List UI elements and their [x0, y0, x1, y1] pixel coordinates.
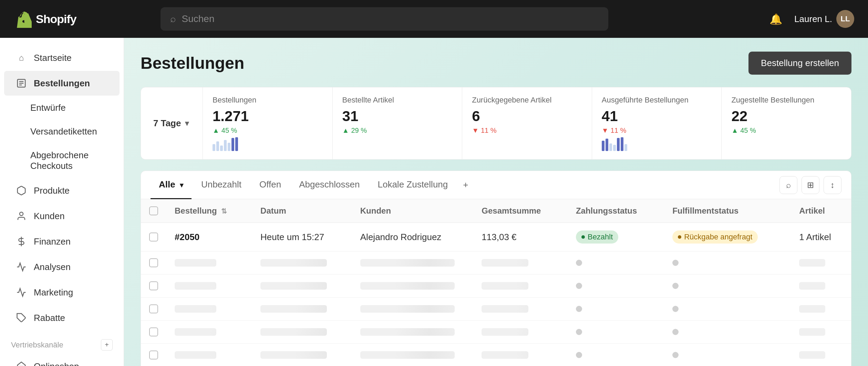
row-skeleton	[166, 321, 252, 344]
row-skeleton	[664, 251, 791, 274]
chevron-down-icon: ▾	[185, 119, 189, 128]
stat-label: Bestellte Artikel	[342, 96, 453, 105]
sidebar-item-marketing[interactable]: Marketing	[4, 280, 120, 305]
search-table-button[interactable]: ⌕	[779, 176, 797, 194]
skeleton-dot	[576, 306, 582, 312]
row-skeleton	[252, 298, 352, 321]
chevron-down-icon: ▾	[180, 181, 183, 189]
sidebar: ⌂ Startseite Bestellungen Entwürfe Versa…	[0, 38, 124, 366]
col-header-zahlungsstatus[interactable]: Zahlungsstatus	[568, 199, 664, 223]
skeleton	[482, 305, 528, 313]
row-skeleton	[664, 321, 791, 344]
search-bar[interactable]: ⌕	[161, 7, 608, 31]
tab-more[interactable]: +	[457, 171, 474, 198]
stat-chart	[213, 137, 323, 151]
shopify-logo-icon	[14, 10, 32, 28]
header-row: Bestellung ⇅ Datum Kunden Gesamtsumme	[141, 199, 851, 223]
chart-bar	[602, 141, 604, 151]
filter-button[interactable]: ⊞	[802, 176, 819, 194]
row-checkbox[interactable]	[149, 327, 158, 336]
row-checkbox[interactable]	[149, 351, 158, 359]
bell-icon: 🔔	[769, 13, 782, 25]
create-order-button[interactable]: Bestellung erstellen	[748, 52, 851, 75]
stat-change: ▲ 45 %	[731, 127, 841, 134]
select-all-checkbox[interactable]	[149, 206, 158, 215]
sidebar-item-label: Entwürfe	[30, 103, 66, 113]
sidebar-item-entwuerfe[interactable]: Entwürfe	[4, 96, 120, 119]
skeleton-dot	[672, 329, 679, 335]
row-checkbox[interactable]	[149, 304, 158, 313]
col-header-kunden[interactable]: Kunden	[352, 199, 474, 223]
online-store-icon	[15, 360, 28, 366]
tab-abgeschlossen[interactable]: Abgeschlossen	[291, 171, 368, 199]
select-all-header[interactable]	[141, 199, 166, 223]
row-checkbox[interactable]	[149, 281, 158, 290]
tab-alle[interactable]: Alle ▾	[151, 171, 192, 199]
row-skeleton	[664, 298, 791, 321]
row-checkbox-cell[interactable]	[141, 321, 166, 344]
row-skeleton	[252, 251, 352, 274]
row-skeleton	[473, 321, 568, 344]
logo[interactable]: Shopify	[14, 10, 76, 28]
sidebar-item-startseite[interactable]: ⌂ Startseite	[4, 45, 120, 70]
skeleton	[482, 282, 528, 290]
tab-offen[interactable]: Offen	[251, 171, 289, 199]
row-checkbox-cell[interactable]	[141, 274, 166, 298]
row-checkbox-cell[interactable]	[141, 344, 166, 366]
sidebar-item-bestellungen[interactable]: Bestellungen	[4, 71, 120, 96]
tab-unbezahlt[interactable]: Unbezahlt	[193, 171, 250, 199]
stat-label: Bestellungen	[213, 96, 323, 105]
sidebar-item-abgebrochene-checkouts[interactable]: Abgebrochene Checkouts	[4, 144, 120, 177]
chart-bar	[228, 143, 230, 151]
row-checkbox-cell[interactable]	[141, 298, 166, 321]
sidebar-item-rabatte[interactable]: Rabatte	[4, 305, 120, 330]
sidebar-item-onlineshop[interactable]: Onlineshop	[4, 354, 120, 366]
sidebar-item-label: Startseite	[34, 53, 72, 63]
skeleton	[260, 351, 327, 359]
sidebar-item-kunden[interactable]: Kunden	[4, 204, 120, 228]
row-checkbox[interactable]	[149, 233, 158, 241]
row-checkbox[interactable]	[149, 258, 158, 267]
user-menu-button[interactable]: Lauren L. LL	[794, 10, 854, 28]
skeleton	[175, 305, 216, 313]
sidebar-item-produkte[interactable]: Produkte	[4, 178, 120, 203]
table-row[interactable]: #2050 Heute um 15:27 Alejandro Rodriguez…	[141, 223, 851, 251]
row-checkbox-cell[interactable]	[141, 223, 166, 251]
row-skeleton	[791, 344, 851, 366]
tab-lokale-zustellung[interactable]: Lokale Zustellung	[369, 171, 456, 199]
vertriebskanaele-toggle[interactable]: +	[101, 339, 113, 351]
table-row	[141, 274, 851, 298]
sort-button[interactable]: ↕	[824, 176, 841, 194]
row-checkbox-cell[interactable]	[141, 251, 166, 274]
chart-bar	[235, 137, 238, 151]
stat-value: 22	[731, 108, 841, 125]
row-skeleton	[473, 344, 568, 366]
col-header-artikel[interactable]: Artikel	[791, 199, 851, 223]
row-skeleton	[352, 251, 474, 274]
col-header-fulfillmentstatus[interactable]: Fulfillmentstatus	[664, 199, 791, 223]
sidebar-item-finanzen[interactable]: Finanzen	[4, 229, 120, 254]
row-fulfillmentstatus: Rückgabe angefragt	[664, 223, 791, 251]
skeleton	[175, 259, 216, 267]
sidebar-item-analysen[interactable]: Analysen	[4, 255, 120, 279]
skeleton	[260, 282, 327, 290]
col-header-bestellung[interactable]: Bestellung ⇅	[166, 199, 252, 223]
row-skeleton	[568, 321, 664, 344]
skeleton	[482, 259, 528, 267]
table-row	[141, 321, 851, 344]
search-input[interactable]	[182, 13, 599, 24]
topnav-right: 🔔 Lauren L. LL	[767, 10, 854, 28]
col-header-datum[interactable]: Datum	[252, 199, 352, 223]
chart-bar	[220, 146, 223, 151]
skeleton	[482, 328, 528, 336]
col-header-gesamtsumme[interactable]: Gesamtsumme	[473, 199, 568, 223]
bell-icon-button[interactable]: 🔔	[767, 10, 785, 28]
stats-period-selector[interactable]: 7 Tage ▾	[141, 87, 203, 159]
chart-bar	[617, 138, 620, 151]
skeleton	[360, 305, 455, 313]
fulfillment-status-badge: Rückgabe angefragt	[672, 230, 758, 244]
up-arrow-icon: ▲	[213, 127, 219, 134]
row-order-id[interactable]: #2050	[166, 223, 252, 251]
sidebar-item-versandetiketten[interactable]: Versandetiketten	[4, 120, 120, 143]
row-skeleton	[166, 251, 252, 274]
